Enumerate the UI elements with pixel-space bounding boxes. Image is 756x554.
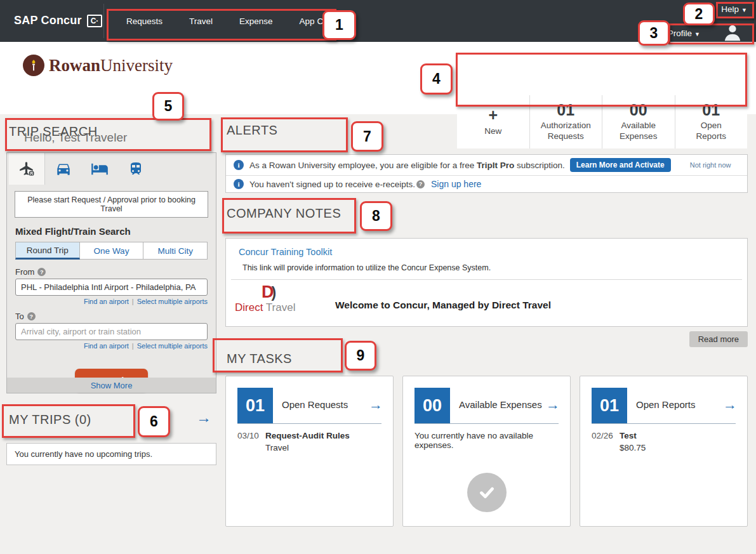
- arrow-right-icon[interactable]: →: [723, 397, 737, 413]
- concur-dashboard: SAP Concur C· Requests Travel Expense Ap…: [0, 0, 756, 554]
- nav-item-expense[interactable]: Expense: [226, 16, 286, 26]
- new-button[interactable]: + New: [457, 95, 529, 148]
- tab-round-trip[interactable]: Round Trip: [15, 242, 80, 260]
- arrow-right-icon[interactable]: →: [546, 397, 560, 413]
- to-input[interactable]: [15, 323, 208, 340]
- arrow-right-icon[interactable]: →: [369, 397, 383, 413]
- plus-icon: +: [488, 107, 498, 124]
- open-requests-card[interactable]: 01 Open Requests → 03/10 Request-Audit R…: [225, 376, 394, 527]
- tab-car[interactable]: [45, 153, 81, 185]
- select-multiple-airports-link[interactable]: Select multiple airports: [137, 298, 208, 305]
- open-reports-card[interactable]: 01 Open Reports → 02/26 Test $80.75: [580, 376, 748, 527]
- tab-hotel[interactable]: [81, 153, 117, 185]
- org-name-rowan: Rowan: [49, 56, 100, 75]
- from-airport-links: Find an airport|Select multiple airports: [15, 298, 208, 305]
- card-body: 03/10 Request-Audit Rules Travel: [237, 431, 384, 452]
- bed-icon: [91, 160, 109, 178]
- booking-notice-button[interactable]: Please start Request / Approval prior to…: [15, 191, 208, 218]
- top-nav-menu: Requests Travel Expense App Center: [113, 0, 356, 42]
- alerts-title: ALERTS: [227, 123, 277, 138]
- help-label: Help: [721, 4, 739, 14]
- to-label: To?: [15, 312, 208, 321]
- not-right-now-link[interactable]: Not right now: [690, 161, 731, 169]
- help-icon[interactable]: ?: [37, 268, 46, 276]
- sap-concur-logo[interactable]: SAP Concur C·: [14, 14, 102, 27]
- stat-label: New: [484, 126, 501, 137]
- task-cards: 01 Open Requests → 03/10 Request-Audit R…: [225, 376, 748, 527]
- authorization-requests-button[interactable]: 01 AuthorizationRequests: [529, 95, 602, 148]
- profile-avatar-icon[interactable]: [723, 23, 742, 42]
- concur-training-toolkit-link[interactable]: Concur Training Toolkit: [239, 247, 332, 257]
- direct-travel-swoosh-icon: ): [272, 284, 277, 301]
- show-more-bar: Show More: [7, 378, 216, 393]
- find-airport-link[interactable]: Find an airport: [84, 342, 129, 350]
- rowan-university-logo: RowanUniversity: [23, 55, 173, 76]
- available-expenses-button[interactable]: 00 AvailableExpenses: [602, 95, 675, 148]
- annotation-callout-7: 7: [351, 121, 383, 152]
- select-multiple-airports-link[interactable]: Select multiple airports: [137, 342, 208, 350]
- help-dropdown[interactable]: Help▼: [721, 4, 747, 14]
- chevron-down-icon: ▼: [694, 31, 700, 37]
- nav-item-requests[interactable]: Requests: [113, 16, 176, 26]
- task-date: 03/10: [237, 431, 265, 452]
- task-title: Request-Audit Rules: [265, 431, 350, 440]
- task-detail: Request-Audit Rules Travel: [265, 431, 350, 452]
- available-expenses-card[interactable]: 00 Available Expenses → You currently ha…: [402, 376, 571, 527]
- divider: [414, 423, 559, 424]
- tab-train[interactable]: [117, 153, 154, 185]
- travel-mode-tabs: [7, 153, 216, 185]
- car-icon: [55, 161, 72, 177]
- open-reports-button[interactable]: 01 OpenReports: [675, 95, 748, 148]
- sign-up-here-link[interactable]: Sign up here: [431, 179, 481, 189]
- stat-count: 01: [557, 102, 574, 119]
- direct-travel-logo[interactable]: D) Direct Travel: [235, 284, 305, 314]
- find-airport-link[interactable]: Find an airport: [84, 298, 129, 305]
- task-date: 02/26: [592, 431, 620, 452]
- stat-count: 01: [702, 102, 720, 119]
- task-detail: Test $80.75: [620, 431, 646, 452]
- topbar-divider: [103, 4, 104, 38]
- alert-tripit: i As a Rowan University employee, you ar…: [226, 155, 747, 175]
- plane-train-icon: [18, 161, 35, 177]
- show-more-link[interactable]: Show More: [91, 381, 133, 390]
- empty-expenses-message: You currently have no available expenses…: [414, 431, 551, 450]
- alerts-panel: i As a Rowan University employee, you ar…: [225, 154, 748, 193]
- my-tasks-title: MY TASKS: [227, 352, 292, 366]
- company-notes-panel: Concur Training Toolkit This link will p…: [225, 238, 748, 327]
- info-icon: i: [234, 179, 244, 189]
- task-amount: $80.75: [620, 443, 646, 452]
- welcome-message: Welcome to Concur, Managed by Direct Tra…: [335, 300, 551, 311]
- company-notes-bottom: D) Direct Travel Welcome to Concur, Mana…: [226, 280, 747, 314]
- profile-dropdown[interactable]: Profile▼: [668, 29, 700, 38]
- task-row[interactable]: 02/26 Test $80.75: [592, 431, 738, 452]
- mixed-search-title: Mixed Flight/Train Search: [15, 226, 216, 237]
- nav-item-app-center[interactable]: App Center: [286, 16, 356, 26]
- profile-label: Profile: [668, 29, 692, 38]
- card-body: You currently have no available expenses…: [414, 431, 561, 450]
- link-separator: |: [132, 342, 134, 350]
- tab-multi-city[interactable]: Multi City: [143, 242, 208, 260]
- read-more-button[interactable]: Read more: [689, 331, 748, 347]
- learn-more-activate-button[interactable]: Learn More and Activate: [570, 158, 671, 172]
- help-icon[interactable]: ?: [416, 180, 425, 188]
- help-icon[interactable]: ?: [27, 312, 36, 320]
- check-icon: [467, 473, 507, 512]
- my-trips-empty-message: You currently have no upcoming trips.: [6, 443, 216, 465]
- my-trips-arrow-icon[interactable]: →: [196, 409, 211, 426]
- annotation-callout-6: 6: [138, 406, 170, 437]
- chevron-down-icon: ▼: [741, 7, 747, 13]
- concur-c-icon: C·: [87, 15, 103, 27]
- open-reports-count-badge: 01: [592, 388, 627, 423]
- company-notes-title: COMPANY NOTES: [227, 206, 341, 221]
- torch-icon: [23, 55, 44, 76]
- stat-label: OpenReports: [696, 121, 726, 142]
- trip-type-tabs: Round Trip One Way Multi City: [15, 242, 208, 260]
- tab-flight-train[interactable]: [9, 153, 45, 185]
- nav-item-travel[interactable]: Travel: [176, 16, 226, 26]
- stat-label: AuthorizationRequests: [541, 121, 591, 142]
- available-expenses-count-badge: 00: [414, 388, 450, 423]
- from-input[interactable]: [15, 279, 208, 296]
- annotation-callout-8: 8: [360, 201, 392, 231]
- task-row[interactable]: 03/10 Request-Audit Rules Travel: [237, 431, 384, 452]
- tab-one-way[interactable]: One Way: [80, 242, 144, 260]
